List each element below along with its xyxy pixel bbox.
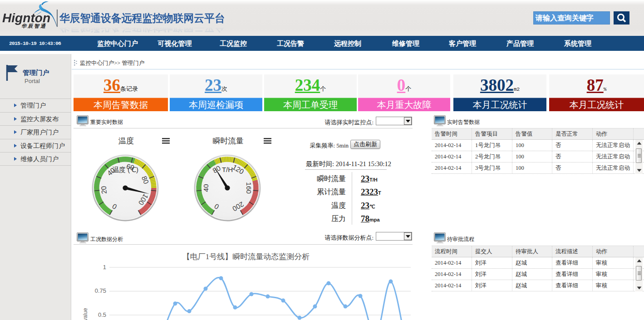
svg-text:0.5: 0.5 [98,311,106,318]
svg-text:40: 40 [202,184,210,192]
svg-text:20: 20 [99,186,108,194]
svg-text:【电厂1号线】瞬时流量动态监测分析: 【电厂1号线】瞬时流量动态监测分析 [182,252,310,261]
svg-text:160: 160 [245,182,253,194]
svg-text:0.75: 0.75 [95,287,106,294]
svg-text:value: value [82,308,88,320]
svg-text:1: 1 [103,264,106,271]
